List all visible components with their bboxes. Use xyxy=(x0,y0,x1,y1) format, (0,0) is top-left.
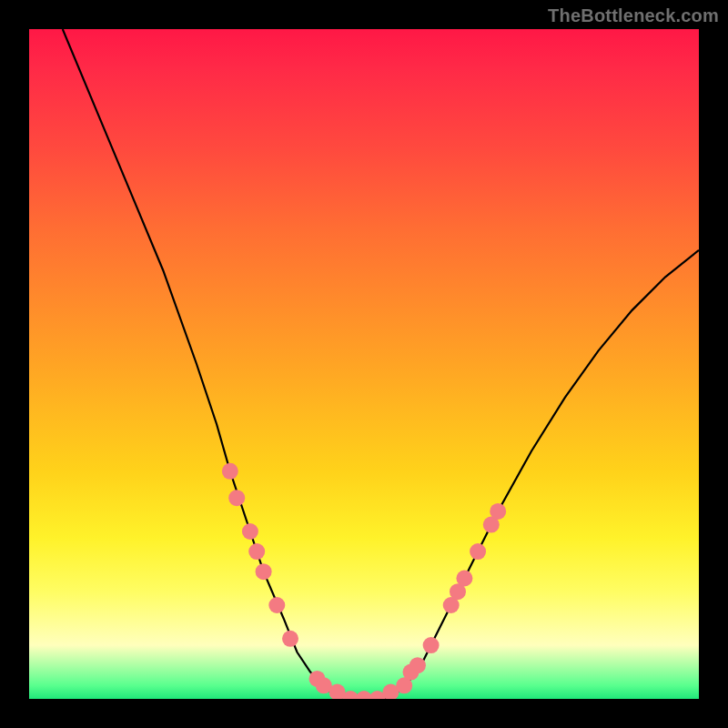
data-marker xyxy=(490,503,506,520)
data-marker xyxy=(268,597,285,613)
watermark-text: TheBottleneck.com xyxy=(548,5,719,26)
data-marker xyxy=(410,657,426,673)
data-marker xyxy=(282,631,298,647)
data-marker xyxy=(256,563,272,580)
marker-group xyxy=(222,463,506,699)
chart-frame: TheBottleneck.com xyxy=(0,0,728,728)
data-marker xyxy=(248,543,265,560)
chart-overlay xyxy=(29,29,699,699)
data-marker xyxy=(423,637,440,653)
data-marker xyxy=(228,490,245,506)
data-marker xyxy=(470,543,486,560)
data-marker xyxy=(242,523,258,540)
curve-line xyxy=(63,29,699,699)
data-marker xyxy=(456,571,472,587)
data-marker xyxy=(222,463,238,480)
